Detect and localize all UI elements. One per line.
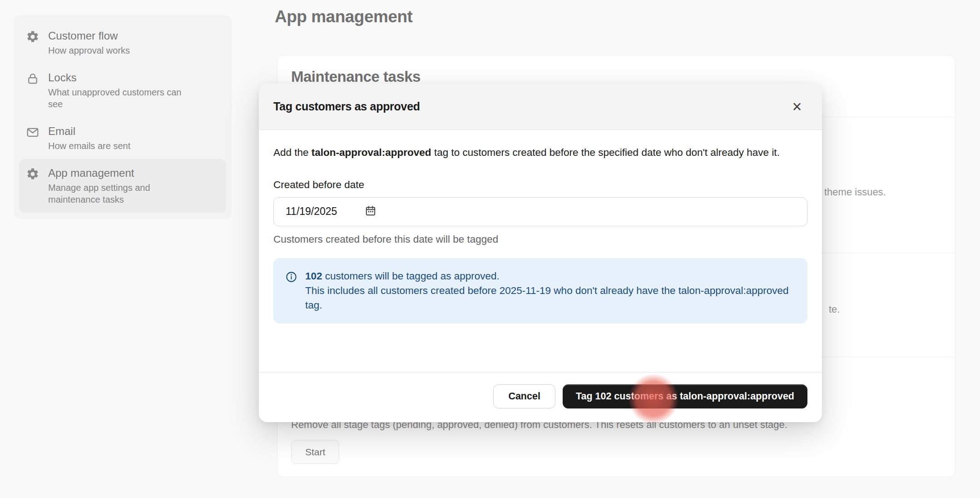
modal-header: Tag customers as approved × bbox=[259, 84, 822, 130]
info-banner: 102 customers will be tagged as approved… bbox=[273, 258, 807, 324]
date-field-label: Created before date bbox=[273, 179, 807, 191]
intro-tag-name: talon-approval:approved bbox=[312, 147, 431, 158]
info-icon bbox=[285, 271, 298, 283]
close-icon[interactable]: × bbox=[787, 96, 807, 117]
banner-text: 102 customers will be tagged as approved… bbox=[305, 269, 796, 313]
banner-line2: This includes all customers created befo… bbox=[305, 284, 796, 313]
calendar-icon[interactable] bbox=[365, 205, 376, 219]
created-before-date-input[interactable] bbox=[273, 197, 807, 226]
date-helper-text: Customers created before this date will … bbox=[273, 234, 807, 245]
modal-intro-text: Add the talon-approval:approved tag to c… bbox=[273, 145, 807, 160]
intro-prefix: Add the bbox=[273, 147, 312, 158]
customer-count: 102 bbox=[305, 270, 322, 282]
modal-body: Add the talon-approval:approved tag to c… bbox=[259, 130, 822, 324]
tag-customers-confirm-button[interactable]: Tag 102 customers as talon-approval:appr… bbox=[563, 384, 807, 408]
date-input-value[interactable] bbox=[286, 205, 355, 218]
modal-title: Tag customers as approved bbox=[273, 100, 420, 113]
intro-suffix: tag to customers created before the spec… bbox=[431, 147, 780, 158]
cancel-button[interactable]: Cancel bbox=[493, 384, 555, 408]
banner-line1: 102 customers will be tagged as approved… bbox=[305, 269, 796, 284]
tag-customers-modal: Tag customers as approved × Add the talo… bbox=[259, 84, 822, 422]
modal-footer: Cancel Tag 102 customers as talon-approv… bbox=[259, 372, 822, 422]
